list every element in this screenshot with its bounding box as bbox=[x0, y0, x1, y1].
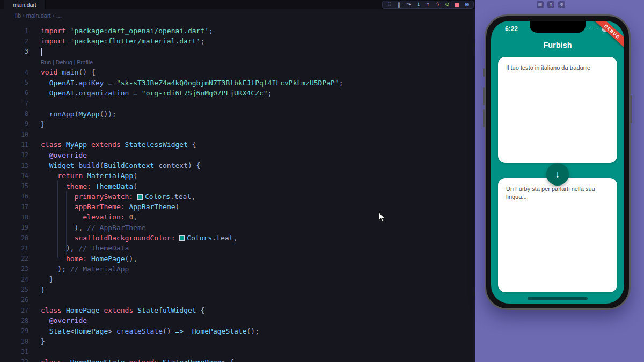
notch bbox=[530, 21, 586, 33]
line-number: 22 bbox=[0, 255, 28, 262]
code-line[interactable]: 4void main() { bbox=[0, 67, 475, 77]
color-preview-swatch bbox=[137, 194, 143, 200]
drag-handle-icon[interactable]: ⠿ bbox=[385, 1, 393, 8]
code-line[interactable]: 18 elevation: 0, bbox=[0, 212, 475, 222]
output-text-card: Un Furby sta per parlarti nella sua ling… bbox=[498, 178, 617, 292]
input-text-card[interactable]: Il tuo testo in italiano da tradurre bbox=[498, 57, 617, 163]
code-line[interactable]: 17 appBarTheme: AppBarTheme( bbox=[0, 202, 475, 212]
code-line[interactable]: 16 primarySwatch: Colors.teal, bbox=[0, 191, 475, 202]
line-number: 30 bbox=[0, 338, 28, 345]
code-line[interactable]: 11class MyApp extends StatelessWidget { bbox=[0, 139, 475, 150]
code-line[interactable]: 30} bbox=[0, 336, 475, 346]
hot-reload-icon[interactable]: ϟ bbox=[434, 1, 442, 8]
code-editor-pane: main.dart ⠿∥↷↓↑ϟ↺■⊕ lib › main.dart › … … bbox=[0, 0, 475, 362]
stop-icon[interactable]: ■ bbox=[453, 1, 461, 8]
editor-caret bbox=[41, 48, 42, 56]
line-number: 11 bbox=[0, 141, 28, 149]
tab-main-dart[interactable]: main.dart bbox=[4, 0, 46, 9]
breadcrumb[interactable]: lib › main.dart › … bbox=[15, 9, 62, 22]
codelens-actions[interactable]: Run | Debug | Profile bbox=[41, 59, 93, 65]
code-line[interactable]: 13 Widget build(BuildContext context) { bbox=[0, 160, 475, 171]
app-title: Furbish bbox=[543, 41, 572, 49]
code-area: 1import 'package:dart_openai/openai.dart… bbox=[0, 22, 475, 362]
line-number: 12 bbox=[0, 151, 28, 159]
line-number: 5 bbox=[0, 79, 28, 86]
pause-icon[interactable]: ∥ bbox=[395, 1, 403, 8]
code-line[interactable]: 26 bbox=[0, 295, 475, 305]
code-line[interactable]: 20 scaffoldBackgroundColor: Colors.teal, bbox=[0, 233, 475, 243]
step-into-icon[interactable]: ↓ bbox=[414, 1, 422, 8]
volume-down-button bbox=[483, 109, 485, 127]
line-number: 26 bbox=[0, 296, 28, 304]
app-bar: Furbish bbox=[491, 35, 624, 55]
code-line[interactable]: 31 bbox=[0, 346, 475, 357]
line-number: 16 bbox=[0, 193, 28, 200]
code-line[interactable]: 6 OpenAI.organization = "org-rdi6E7Sj6oM… bbox=[0, 88, 475, 98]
arrow-down-icon: ↓ bbox=[555, 168, 560, 180]
code-line[interactable]: 7 bbox=[0, 98, 475, 108]
line-number: 24 bbox=[0, 276, 28, 283]
simulator-panel: ▦▯⚙ 6:22 ···· DEBUG Furbish bbox=[475, 0, 644, 362]
code-line[interactable]: 19 ), // AppBarTheme bbox=[0, 223, 475, 233]
line-number: 31 bbox=[0, 348, 28, 356]
hot-restart-icon[interactable]: ↺ bbox=[443, 1, 451, 8]
line-number: 27 bbox=[0, 307, 28, 314]
power-button bbox=[631, 95, 632, 123]
status-time: 6:22 bbox=[505, 25, 518, 33]
code-line[interactable]: 28 @override bbox=[0, 315, 475, 326]
line-number: 19 bbox=[0, 224, 28, 231]
code-line[interactable]: 9} bbox=[0, 119, 475, 129]
line-number: 13 bbox=[0, 162, 28, 169]
code-line[interactable]: 12 @override bbox=[0, 150, 475, 160]
code-line[interactable]: 22 home: HomePage(), bbox=[0, 254, 475, 264]
line-number: 9 bbox=[0, 120, 28, 128]
line-number: 8 bbox=[0, 110, 28, 117]
line-number: 15 bbox=[0, 182, 28, 190]
home-indicator bbox=[528, 297, 588, 300]
line-number: 28 bbox=[0, 317, 28, 324]
step-over-icon[interactable]: ↷ bbox=[405, 1, 413, 8]
code-line[interactable]: 1import 'package:dart_openai/openai.dart… bbox=[0, 26, 475, 36]
code-line[interactable]: 5 OpenAI.apiKey = "sk-sT3JBeZ4a4kQ0ogbjm… bbox=[0, 77, 475, 87]
code-line[interactable]: 27class HomePage extends StatefulWidget … bbox=[0, 305, 475, 315]
line-number: 2 bbox=[0, 38, 28, 45]
debug-toolbar: ⠿∥↷↓↑ϟ↺■⊕ bbox=[382, 1, 474, 9]
settings-gear-icon[interactable]: ⚙ bbox=[558, 1, 565, 8]
code-line[interactable]: 25} bbox=[0, 284, 475, 294]
code-line[interactable]: 15 theme: ThemeData( bbox=[0, 181, 475, 191]
device-frame-icon[interactable]: ▯ bbox=[547, 1, 554, 8]
indent-guide bbox=[66, 191, 67, 254]
line-number: 32 bbox=[0, 358, 28, 362]
indent-guide bbox=[57, 181, 58, 258]
simulator-toolbar: ▦▯⚙ bbox=[537, 1, 565, 8]
code-line[interactable]: 24 } bbox=[0, 274, 475, 284]
translate-button[interactable]: ↓ bbox=[546, 163, 569, 186]
line-number: 1 bbox=[0, 27, 28, 35]
step-out-icon[interactable]: ↑ bbox=[424, 1, 432, 8]
inspector-icon[interactable]: ⊕ bbox=[463, 1, 471, 8]
code-line[interactable]: 8 runApp(MyApp()); bbox=[0, 108, 475, 119]
line-number: 7 bbox=[0, 100, 28, 107]
code-line[interactable]: 23 ); // MaterialApp bbox=[0, 264, 475, 274]
code-line[interactable]: 29 State<HomePage> createState() => _Hom… bbox=[0, 326, 475, 336]
line-number: 29 bbox=[0, 327, 28, 335]
grid-icon[interactable]: ▦ bbox=[537, 1, 544, 8]
phone-screen: 6:22 ···· DEBUG Furbish Il tuo testo in … bbox=[491, 21, 624, 304]
code-line[interactable]: 14 return MaterialApp( bbox=[0, 171, 475, 181]
iphone-frame: 6:22 ···· DEBUG Furbish Il tuo testo in … bbox=[485, 14, 631, 310]
code-line[interactable]: 2import 'package:flutter/material.dart'; bbox=[0, 36, 475, 46]
line-number: 17 bbox=[0, 203, 28, 211]
code-line[interactable]: 21 ), // ThemeData bbox=[0, 243, 475, 253]
code-line[interactable]: 32class _HomePageState extends State<Hom… bbox=[0, 357, 475, 362]
cellular-signal-icon: ···· bbox=[588, 25, 599, 31]
tab-label: main.dart bbox=[13, 2, 36, 8]
codelens-row[interactable]: Run | Debug | Profile bbox=[0, 57, 475, 67]
line-number: 6 bbox=[0, 89, 28, 97]
input-hint-text: Il tuo testo in italiano da tradurre bbox=[498, 57, 617, 79]
code-line[interactable]: 10 bbox=[0, 129, 475, 139]
line-number: 25 bbox=[0, 286, 28, 293]
line-number: 14 bbox=[0, 172, 28, 180]
line-number: 4 bbox=[0, 69, 28, 76]
bracket-guide-corner bbox=[57, 258, 61, 258]
code-line[interactable]: 3 bbox=[0, 47, 475, 57]
